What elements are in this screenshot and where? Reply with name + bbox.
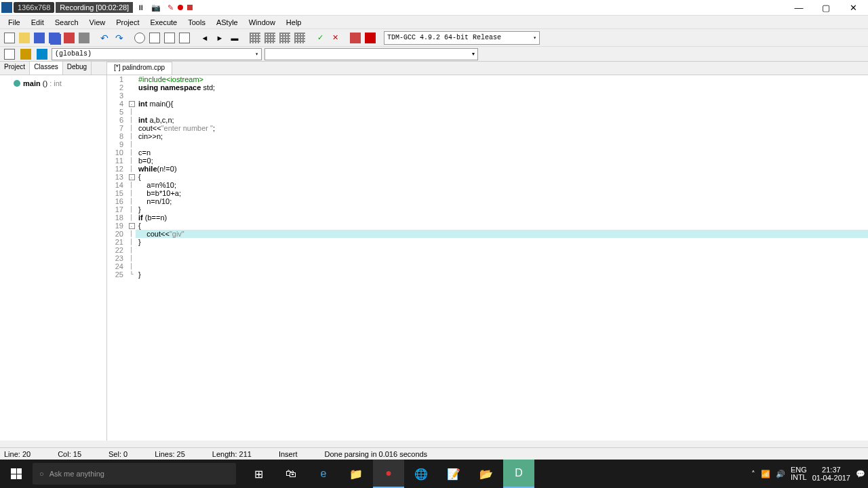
taskbar-devcpp[interactable]: D — [503, 460, 534, 488]
cancel-compile-button[interactable]: ✕ — [328, 31, 342, 45]
record-icon[interactable] — [178, 5, 183, 10]
taskbar-folder[interactable]: 📂 — [471, 460, 502, 488]
menu-bar: File Edit Search View Project Execute To… — [0, 15, 868, 28]
camera-icon[interactable]: 📷 — [149, 3, 163, 12]
tree-item-main[interactable]: main () : int — [3, 78, 104, 89]
status-length: Length: 211 — [212, 450, 252, 458]
code-lines[interactable]: #include<iostream> using namespace std; … — [136, 75, 868, 441]
status-bar: Line: 20 Col: 15 Sel: 0 Lines: 25 Length… — [0, 447, 868, 460]
main-area: Project Classes Debug main () : int [*] … — [0, 61, 868, 441]
member-dropdown[interactable] — [264, 48, 478, 60]
code-editor[interactable]: 1234567891011121314151617181920212223242… — [107, 75, 868, 441]
taskbar: ○ Ask me anything ⊞ 🛍 e 📁 ● 🌐 📝 📂 D ˄ 📶 … — [0, 460, 868, 488]
grid3-button[interactable] — [278, 31, 292, 45]
new-class-button[interactable] — [3, 47, 16, 61]
taskbar-edge[interactable]: e — [308, 460, 339, 488]
menu-tools[interactable]: Tools — [182, 17, 211, 28]
tab-project[interactable]: Project — [0, 62, 30, 75]
menu-project[interactable]: Project — [111, 17, 144, 28]
save-all-button[interactable] — [47, 31, 61, 45]
fold-toggle[interactable]: - — [129, 101, 135, 107]
grid4-button[interactable] — [293, 31, 307, 45]
status-line: Line: 20 — [4, 450, 31, 458]
tray-volume-icon[interactable]: 🔊 — [776, 470, 785, 479]
system-tray: ˄ 📶 🔊 ENGINTL 21:3701-04-2017 💬 — [751, 466, 868, 482]
print-button[interactable] — [77, 31, 91, 45]
taskbar-recorder[interactable]: ● — [373, 460, 404, 488]
menu-window[interactable]: Window — [243, 17, 281, 28]
maximize-button[interactable]: ▢ — [812, 0, 840, 15]
new-file-button[interactable] — [3, 31, 16, 45]
app-icon — [1, 2, 12, 13]
menu-astyle[interactable]: AStyle — [211, 17, 243, 28]
taskbar-store[interactable]: 🛍 — [275, 460, 307, 488]
taskbar-explorer[interactable]: 📁 — [340, 460, 372, 488]
find-in-files-button[interactable] — [163, 31, 176, 45]
scope-dropdown[interactable]: (globals) — [52, 48, 262, 60]
start-button[interactable] — [0, 460, 33, 488]
tab-debug[interactable]: Debug — [63, 62, 92, 75]
find-button[interactable] — [133, 31, 146, 45]
next-bookmark-button[interactable]: ► — [213, 31, 226, 45]
open-button[interactable] — [18, 31, 31, 45]
taskbar-chrome[interactable]: 🌐 — [406, 460, 437, 488]
pause-icon[interactable]: ⏸ — [134, 3, 147, 12]
bookmark-button[interactable] — [35, 47, 49, 61]
close-button[interactable]: ✕ — [840, 0, 867, 15]
check-button[interactable]: ✓ — [313, 31, 327, 45]
insert-button[interactable] — [19, 47, 33, 61]
compiler-dropdown[interactable]: TDM-GCC 4.9.2 64-bit Release — [384, 31, 540, 45]
resolution-badge: 1366x768 — [14, 2, 54, 13]
status-sel: Sel: 0 — [108, 450, 127, 458]
tray-chevron-icon[interactable]: ˄ — [751, 470, 755, 479]
status-lines: Lines: 25 — [155, 450, 185, 458]
debug-button[interactable] — [363, 31, 377, 45]
profile-button[interactable] — [349, 31, 362, 45]
status-mode: Insert — [279, 450, 298, 458]
menu-edit[interactable]: Edit — [26, 17, 50, 28]
tray-clock[interactable]: 21:3701-04-2017 — [812, 466, 850, 482]
menu-help[interactable]: Help — [281, 17, 307, 28]
function-icon — [14, 80, 20, 87]
replace-button[interactable] — [148, 31, 161, 45]
fold-column: -││││││││-│││││-│││││└ — [127, 75, 136, 441]
search-placeholder: Ask me anything — [50, 470, 104, 478]
menu-execute[interactable]: Execute — [144, 17, 182, 28]
redo-button[interactable]: ↷ — [113, 31, 126, 45]
scope-toolbar: (globals) — [0, 46, 868, 61]
file-tab-palindrom[interactable]: [*] palindrom.cpp — [107, 62, 172, 75]
undo-button[interactable]: ↶ — [98, 31, 111, 45]
line-gutter: 1234567891011121314151617181920212223242… — [107, 75, 127, 441]
grid1-button[interactable] — [248, 31, 262, 45]
task-view-button[interactable]: ⊞ — [243, 460, 274, 488]
main-toolbar: ↶ ↷ ◄ ► ▬ ✓ ✕ TDM-GCC 4.9.2 64-bit Relea… — [0, 28, 868, 46]
recording-label: Recording [00:02:28] — [56, 2, 133, 13]
grid2-button[interactable] — [263, 31, 277, 45]
editor-area: [*] palindrom.cpp 1234567891011121314151… — [107, 62, 868, 441]
cortana-search[interactable]: ○ Ask me anything — [33, 463, 236, 485]
fold-toggle[interactable]: - — [129, 223, 135, 229]
status-parse: Done parsing in 0.016 seconds — [324, 450, 427, 458]
menu-search[interactable]: Search — [50, 17, 84, 28]
menu-file[interactable]: File — [3, 17, 26, 28]
tab-classes[interactable]: Classes — [30, 62, 63, 75]
save-button[interactable] — [33, 31, 46, 45]
sidebar: Project Classes Debug main () : int — [0, 62, 107, 441]
toggle-bookmark-button[interactable]: ▬ — [228, 31, 241, 45]
fold-toggle[interactable]: - — [129, 174, 135, 180]
tray-language[interactable]: ENGINTL — [791, 466, 807, 481]
stop-icon[interactable] — [187, 5, 193, 10]
tray-network-icon[interactable]: 📶 — [761, 470, 770, 479]
cortana-icon: ○ — [39, 470, 44, 478]
close-file-button[interactable] — [62, 31, 76, 45]
status-col: Col: 15 — [58, 450, 81, 458]
tray-notifications-icon[interactable]: 💬 — [856, 470, 865, 479]
goto-button[interactable] — [178, 31, 191, 45]
windows-icon — [11, 468, 22, 479]
taskbar-notepad[interactable]: 📝 — [438, 460, 469, 488]
prev-bookmark-button[interactable]: ◄ — [198, 31, 212, 45]
pencil-icon[interactable]: ✎ — [165, 3, 176, 12]
menu-view[interactable]: View — [84, 17, 111, 28]
title-bar: 1366x768 Recording [00:02:28] ⏸ 📷 ✎ — ▢ … — [0, 0, 868, 15]
minimize-button[interactable]: — — [785, 0, 812, 15]
